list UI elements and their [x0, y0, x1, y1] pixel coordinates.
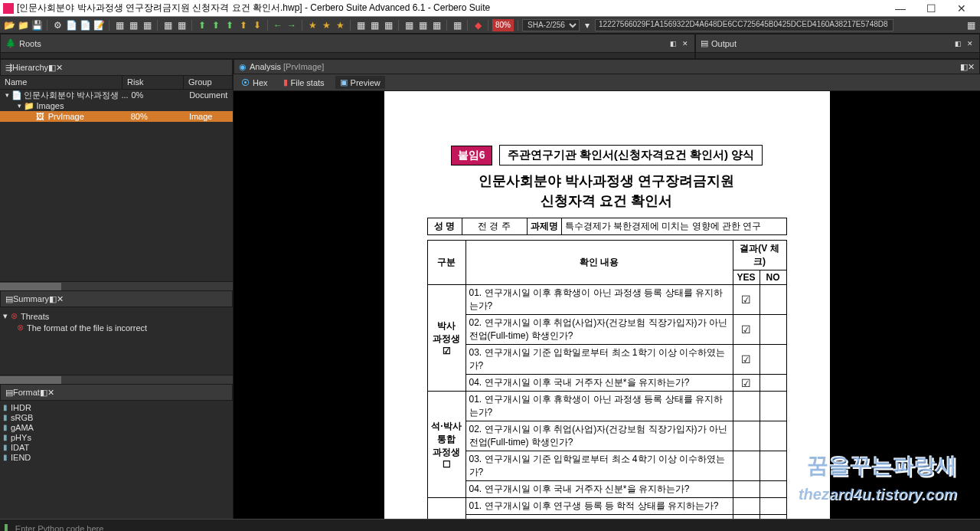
- panel-undock-icon[interactable]: ◧: [960, 62, 968, 71]
- struct-icon: ▮: [3, 433, 8, 441]
- toolbar-icon[interactable]: ⬆: [196, 19, 208, 31]
- toolbar-icon[interactable]: ▦: [368, 19, 381, 31]
- format-item[interactable]: ▮pHYs: [3, 432, 230, 442]
- section-label: 석·박사 통합 과정생 ☐: [427, 392, 466, 498]
- panel-undock-icon[interactable]: ◧: [953, 39, 962, 48]
- cell: [760, 515, 786, 520]
- toolbar-icon[interactable]: ▦: [403, 19, 415, 31]
- minimize-button[interactable]: —: [885, 1, 916, 16]
- toolbar-icon[interactable]: ◆: [472, 19, 484, 31]
- cell: [760, 451, 786, 481]
- main-toolbar: 📂 📁 💾 ⚙ 📄 📄 📝 ▦ ▦ ▦ ▦ ▦ ⬆ ⬆ ⬆ ⬆ ⬇ ← → ★ …: [0, 17, 980, 34]
- twist-icon[interactable]: ▾: [15, 102, 24, 110]
- dropdown-icon[interactable]: ▾: [581, 19, 593, 31]
- bookmark-icon[interactable]: ★: [320, 19, 332, 31]
- toolbar-icon[interactable]: ▦: [354, 19, 367, 31]
- risk-percent: 80%: [492, 19, 514, 31]
- toolbar-icon[interactable]: ⬆: [237, 19, 250, 31]
- toolbar-icon[interactable]: ⚙: [51, 19, 64, 31]
- toolbar-icon[interactable]: ▦: [451, 19, 463, 31]
- check: ☑: [733, 345, 760, 375]
- preview-area[interactable]: 붙임6 주관연구기관 확인서(신청자격요건 확인서) 양식 인문사회분야 박사과…: [234, 91, 980, 519]
- col-risk[interactable]: Risk: [122, 76, 184, 89]
- tab-filestats[interactable]: ▮File stats: [279, 76, 329, 89]
- threats-row[interactable]: ▾ ⊗ Threats: [3, 310, 230, 322]
- separator: [302, 20, 302, 31]
- hash-value[interactable]: 12227566029F1A1569322D4A648DE6CC725645B0…: [595, 19, 893, 31]
- format-item[interactable]: ▮IDAT: [3, 442, 230, 452]
- maximize-button[interactable]: ☐: [916, 1, 946, 16]
- panel-close-icon[interactable]: ✕: [965, 39, 975, 48]
- panel-undock-icon[interactable]: ◧: [668, 39, 678, 48]
- toolbar-icon[interactable]: ▦: [141, 19, 153, 31]
- close-button[interactable]: ✕: [946, 1, 977, 16]
- struct-icon: ▮: [3, 413, 8, 421]
- toolbar-icon[interactable]: 📄: [65, 19, 77, 31]
- document-page: 붙임6 주관연구기관 확인서(신청자격요건 확인서) 양식 인문사회분야 박사과…: [384, 91, 830, 519]
- panel-undock-icon[interactable]: ◧: [49, 294, 57, 303]
- col-group[interactable]: Group: [184, 76, 233, 89]
- format-panel: ▤ Format ◧✕ ▮IHDR▮sRGB▮gAMA▮pHYs▮IDAT▮IE…: [0, 384, 233, 519]
- threat-message-row[interactable]: ⊗ The format of the file is incorrect: [3, 322, 230, 333]
- toolbar-icon[interactable]: ▦: [965, 19, 977, 31]
- bookmark-icon[interactable]: ★: [306, 19, 318, 31]
- toolbar-icon[interactable]: 📂: [3, 19, 15, 31]
- tab-preview[interactable]: ▣Preview: [335, 76, 385, 89]
- toolbar-icon[interactable]: ▦: [162, 19, 174, 31]
- panel-close-icon[interactable]: ✕: [57, 294, 64, 303]
- summary-icon: ▤: [5, 294, 13, 304]
- h-scrollbar[interactable]: [0, 375, 233, 384]
- toolbar-icon[interactable]: ▦: [113, 19, 126, 31]
- format-item[interactable]: ▮IHDR: [3, 402, 230, 412]
- toolbar-icon[interactable]: 📁: [17, 19, 29, 31]
- scrollbar-thumb[interactable]: [0, 376, 61, 384]
- nav-back-icon[interactable]: ←: [272, 19, 284, 31]
- separator: [488, 20, 488, 31]
- summary-panel: ▤ Summary ◧✕ ▾ ⊗ Threats ⊗ The format of…: [0, 290, 233, 384]
- toolbar-icon[interactable]: ▦: [127, 19, 139, 31]
- format-item[interactable]: ▮sRGB: [3, 412, 230, 422]
- section-label: 수료생 ☐: [427, 498, 466, 520]
- toolbar-icon[interactable]: ⬆: [224, 19, 236, 31]
- separator: [157, 20, 158, 31]
- panel-close-icon[interactable]: ✕: [968, 62, 975, 71]
- nav-fwd-icon[interactable]: →: [286, 19, 298, 31]
- tab-hex[interactable]: ⦿Hex: [237, 77, 273, 89]
- panel-close-icon[interactable]: ✕: [681, 39, 690, 48]
- hierarchy-tree[interactable]: ▾📄인문사회분야 박사과정생 ...0%Document▾📁Images🖼Prv…: [0, 90, 233, 281]
- tree-row[interactable]: ▾📁Images: [0, 100, 233, 111]
- bookmark-icon[interactable]: ★: [334, 19, 346, 31]
- hierarchy-label: Hierarchy: [12, 63, 48, 72]
- stats-icon: ▮: [283, 77, 288, 87]
- separator: [398, 20, 399, 31]
- toolbar-icon[interactable]: ▦: [382, 19, 394, 31]
- format-item[interactable]: ▮gAMA: [3, 422, 230, 432]
- panel-undock-icon[interactable]: ◧: [40, 388, 47, 397]
- panel-close-icon[interactable]: ✕: [56, 63, 63, 72]
- cell: [733, 498, 760, 515]
- toolbar-icon[interactable]: 💾: [31, 19, 43, 31]
- hash-algo-select[interactable]: SHA-2/256: [522, 19, 580, 31]
- toolbar-icon[interactable]: ⬇: [251, 19, 263, 31]
- panel-close-icon[interactable]: ✕: [47, 388, 54, 397]
- twist-icon[interactable]: ▾: [3, 91, 11, 99]
- tree-row[interactable]: 🖼PrvImage80%Image: [0, 111, 233, 122]
- col-name[interactable]: Name: [0, 76, 122, 89]
- h-scrollbar[interactable]: [0, 281, 233, 290]
- toolbar-icon[interactable]: ▦: [430, 19, 443, 31]
- format-item[interactable]: ▮IEND: [3, 452, 230, 462]
- toolbar-icon[interactable]: ⬆: [210, 19, 222, 31]
- tree-row[interactable]: ▾📄인문사회분야 박사과정생 ...0%Document: [0, 90, 233, 100]
- toolbar-icon[interactable]: ▦: [175, 19, 188, 31]
- python-console[interactable]: ▌ Enter Python code here: [0, 519, 980, 531]
- scrollbar-thumb[interactable]: [0, 283, 61, 290]
- format-body[interactable]: ▮IHDR▮sRGB▮gAMA▮pHYs▮IDAT▮IEND: [0, 401, 233, 519]
- cell: YES: [733, 270, 760, 285]
- toolbar-icon[interactable]: ▦: [416, 19, 429, 31]
- toolbar-icon[interactable]: 📄: [79, 19, 91, 31]
- tree-risk: 0%: [131, 90, 189, 100]
- collapse-icon[interactable]: ▾: [3, 311, 8, 321]
- cell: 01. 연구개시일 이후 휴학생이 아닌 과정생 등록 상태를 유지하는가?: [466, 285, 733, 315]
- panel-undock-icon[interactable]: ◧: [48, 63, 56, 72]
- toolbar-icon[interactable]: 📝: [93, 19, 105, 31]
